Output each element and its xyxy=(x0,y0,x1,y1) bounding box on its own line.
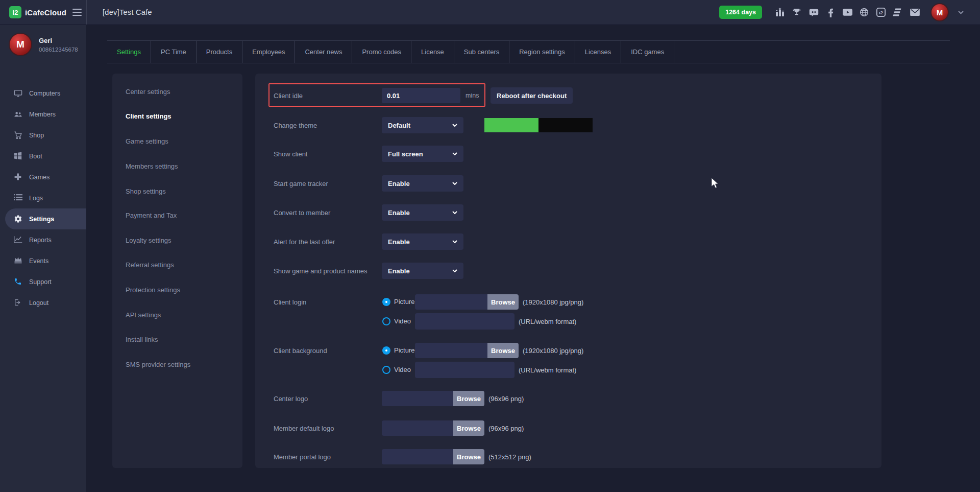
trophy-icon[interactable] xyxy=(792,7,802,17)
tab-region-settings[interactable]: Region settings xyxy=(509,41,575,63)
youtube-icon[interactable] xyxy=(842,7,852,17)
start-game-tracker-select[interactable]: Enable xyxy=(382,175,463,192)
license-days-badge[interactable]: 1264 days xyxy=(719,6,762,19)
gear-icon xyxy=(14,215,22,223)
alert-last-offer-select[interactable]: Enable xyxy=(382,233,463,250)
tab-idc-games[interactable]: IDC games xyxy=(621,41,674,63)
sidebar-item-settings[interactable]: Settings xyxy=(5,208,86,229)
chevron-down-icon[interactable] xyxy=(955,7,966,17)
sidebar-item-logs[interactable]: Logs xyxy=(0,188,86,208)
client-login-picture-hint: (1920x1080 jpg/png) xyxy=(523,294,583,310)
user-profile[interactable]: M Geri 008612345678 xyxy=(9,33,78,56)
tab-employees[interactable]: Employees xyxy=(242,41,295,63)
reboot-after-checkout-select[interactable]: Reboot after checkout xyxy=(491,87,573,104)
tabbar: Settings PC Time Products Employees Cent… xyxy=(107,40,950,63)
theme-preview-black xyxy=(538,118,593,132)
submenu-members-settings[interactable]: Members settings xyxy=(126,161,178,172)
submenu-sms-provider-settings[interactable]: SMS provider settings xyxy=(126,360,190,370)
tab-license[interactable]: License xyxy=(411,41,454,63)
client-login-picture-radio[interactable] xyxy=(382,298,390,306)
submenu-client-settings[interactable]: Client settings xyxy=(126,111,172,122)
sidebar-item-boot[interactable]: Boot xyxy=(0,146,86,167)
client-login-video-radio[interactable] xyxy=(382,317,390,325)
submenu-protection-settings[interactable]: Protection settings xyxy=(126,285,180,295)
center-logo-input[interactable] xyxy=(382,391,453,406)
sidebar-item-computers[interactable]: Computers xyxy=(0,83,86,104)
client-background-video-radio[interactable] xyxy=(382,366,390,374)
client-login-video-input[interactable] xyxy=(415,313,514,330)
facebook-icon[interactable] xyxy=(825,7,836,17)
ranking-icon[interactable] xyxy=(775,7,785,17)
tab-licenses[interactable]: Licenses xyxy=(575,41,621,63)
member-default-logo-hint: (96x96 png) xyxy=(488,420,524,436)
crown-icon xyxy=(14,256,22,265)
center-logo-browse-button[interactable]: Browse xyxy=(453,391,484,406)
submenu-payment-and-tax[interactable]: Payment and Tax xyxy=(126,210,177,221)
submenu-api-settings[interactable]: API settings xyxy=(126,310,161,320)
tab-settings[interactable]: Settings xyxy=(107,41,151,63)
discord-icon[interactable] xyxy=(808,7,819,17)
topbar-actions: 1264 days i2 xyxy=(719,3,966,21)
tab-pc-time[interactable]: PC Time xyxy=(151,41,197,63)
tab-products[interactable]: Products xyxy=(197,41,242,63)
sidebar-item-support[interactable]: Support xyxy=(0,271,86,292)
show-client-select[interactable]: Full screen xyxy=(382,146,463,162)
alert-last-offer-label: Alert for the last offer xyxy=(274,233,335,250)
show-game-product-names-select[interactable]: Enable xyxy=(382,263,463,279)
client-idle-input[interactable] xyxy=(382,88,460,103)
hamburger-menu-icon[interactable] xyxy=(72,9,82,16)
tab-sub-centers[interactable]: Sub centers xyxy=(454,41,509,63)
client-background-picture-radio[interactable] xyxy=(382,346,390,355)
change-theme-select[interactable]: Default xyxy=(382,117,463,133)
member-portal-logo-label: Member portal logo xyxy=(274,449,331,465)
windows-icon xyxy=(14,152,22,160)
sidebar-item-games[interactable]: Games xyxy=(0,167,86,188)
chevron-down-icon xyxy=(452,182,457,185)
submenu-game-settings[interactable]: Game settings xyxy=(126,136,168,147)
member-default-logo-browse-button[interactable]: Browse xyxy=(453,420,484,436)
tab-promo-codes[interactable]: Promo codes xyxy=(352,41,411,63)
client-login-picture-input[interactable] xyxy=(415,294,487,310)
client-background-video-input[interactable] xyxy=(415,362,514,378)
cafe-title: [dev]Test Cafe xyxy=(103,8,719,16)
submenu-shop-settings[interactable]: Shop settings xyxy=(126,186,166,197)
user-avatar[interactable]: M xyxy=(930,3,949,21)
app-logo[interactable]: i2 iCafeCloud xyxy=(9,6,66,18)
submenu-install-links[interactable]: Install links xyxy=(126,335,158,345)
sidebar-item-members[interactable]: Members xyxy=(0,104,86,125)
client-login-video-radio-label: Video xyxy=(394,317,411,325)
globe-icon[interactable] xyxy=(859,7,869,17)
member-portal-logo-browse-button[interactable]: Browse xyxy=(453,449,484,464)
client-idle-unit: mins xyxy=(465,92,479,99)
svg-text:i2: i2 xyxy=(879,10,884,15)
show-game-product-names-label: Show game and product names xyxy=(274,263,368,279)
mail-icon[interactable] xyxy=(910,7,920,17)
show-client-label: Show client xyxy=(274,146,307,162)
convert-to-member-select[interactable]: Enable xyxy=(382,204,463,221)
topbar-brand-section: i2 iCafeCloud xyxy=(0,0,87,25)
topbar: i2 iCafeCloud [dev]Test Cafe 1264 days xyxy=(0,0,980,25)
member-portal-logo-input[interactable] xyxy=(382,449,453,464)
submenu-center-settings[interactable]: Center settings xyxy=(126,87,170,97)
sidebar-item-events[interactable]: Events xyxy=(0,250,86,271)
tab-center-news[interactable]: Center news xyxy=(295,41,352,63)
client-login-label: Client login xyxy=(274,294,306,310)
brand-name: iCafeCloud xyxy=(25,8,66,17)
client-background-picture-browse-button[interactable]: Browse xyxy=(487,343,519,358)
list-icon xyxy=(14,194,22,202)
sidebar-item-logout[interactable]: Logout xyxy=(0,292,86,313)
client-login-picture-browse-button[interactable]: Browse xyxy=(487,294,519,310)
layers-icon[interactable] xyxy=(893,7,903,17)
icafecloud-icon[interactable]: i2 xyxy=(876,7,886,17)
client-background-picture-input[interactable] xyxy=(415,343,487,358)
phone-icon xyxy=(14,277,22,286)
sidebar-item-shop[interactable]: Shop xyxy=(0,125,86,146)
sidebar-item-reports[interactable]: Reports xyxy=(0,229,86,250)
center-logo-label: Center logo xyxy=(274,390,308,407)
submenu-referral-settings[interactable]: Referral settings xyxy=(126,260,174,270)
sidebar: M Geri 008612345678 Computers Members Sh… xyxy=(0,25,86,492)
submenu-loyalty-settings[interactable]: Loyalty settings xyxy=(126,236,172,246)
member-default-logo-input[interactable] xyxy=(382,420,453,436)
client-background-video-hint: (URL/webm format) xyxy=(519,362,576,378)
chevron-down-icon xyxy=(452,269,457,272)
